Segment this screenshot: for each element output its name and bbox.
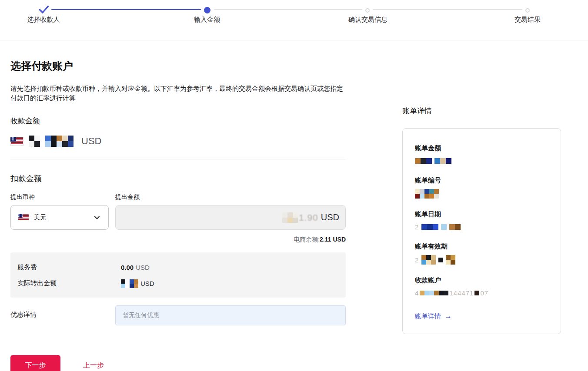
redacted-bill-amount (415, 158, 432, 164)
promo-row: 优惠详情 暂无任何优惠 (10, 305, 346, 325)
step-label-result: 交易结果 (514, 16, 541, 24)
bill-number-label: 账单编号 (415, 176, 548, 185)
wizard-stepper: 选择收款人 输入金额 确认交易信息 交易结果 (0, 0, 588, 40)
service-fee-currency: USD (136, 264, 150, 271)
page-title: 选择付款账户 (10, 59, 346, 73)
receive-currency-code: USD (81, 136, 101, 147)
receive-amount-heading: 收款金额 (10, 116, 346, 126)
actual-out-label: 实际转出金额 (17, 279, 121, 288)
previous-step-link[interactable]: 上一步 (83, 361, 104, 370)
account-ghost-prefix: 4 (415, 289, 419, 297)
fee-summary-panel: 服务费 0.00 USD 实际转出金额 USD (10, 252, 346, 298)
bill-sidebar: 账单详情 账单金额 账单编号 账单日期 2 (402, 40, 561, 371)
step-label-select-payee: 选择收款人 (27, 16, 60, 24)
step-current-dot (204, 7, 210, 13)
us-flag-icon (10, 137, 23, 146)
amount-input[interactable]: 1.90 USD (115, 205, 346, 230)
stepper-connector (214, 9, 362, 10)
step-pending-ring (365, 8, 370, 13)
redacted-bill-date (441, 224, 447, 230)
promo-label: 优惠详情 (10, 305, 115, 325)
bill-details-link[interactable]: 账单详情 → (415, 312, 452, 321)
redacted-bill-number (415, 189, 439, 199)
balance-line: 电商余额:2.11 USD (115, 236, 346, 244)
bill-date-label: 账单日期 (415, 210, 548, 219)
currency-select[interactable]: 美元 (10, 205, 109, 230)
amount-field-label: 提出金额 (115, 193, 346, 201)
redacted-account-number (420, 291, 448, 295)
service-fee-value: 0.00 (121, 264, 134, 271)
amount-ghost-digits: 1.90 (299, 212, 318, 223)
bill-account-item: 收款账户 4 144471 07 (415, 276, 548, 297)
promo-empty-box: 暂无任何优惠 (115, 305, 346, 325)
account-visible-suffix: 07 (480, 289, 488, 297)
balance-value: 2.11 USD (320, 236, 346, 243)
redacted-receive-amount (29, 136, 40, 147)
promo-empty-text: 暂无任何优惠 (123, 311, 159, 319)
step-done-check-icon (38, 5, 50, 16)
bill-validity-label: 账单有效期 (415, 242, 548, 251)
bill-date-item: 账单日期 2 (415, 210, 548, 231)
section-divider (10, 159, 346, 159)
actual-out-row: 实际转出金额 USD (17, 275, 339, 292)
bill-account-label: 收款账户 (415, 276, 548, 285)
balance-label: 电商余额: (294, 236, 320, 243)
stepper-connector (373, 9, 522, 10)
bill-details-link-text: 账单详情 (415, 312, 441, 321)
redacted-receive-amount (45, 136, 74, 147)
currency-field-label: 提出币种 (10, 193, 109, 201)
service-fee-row: 服务费 0.00 USD (17, 259, 339, 275)
bill-date-visible-prefix: 2 (415, 223, 419, 231)
page-subtitle: 请先选择扣款币种或收款币种，并输入对应金额。以下汇率为参考汇率，最终的交易金额会… (10, 84, 346, 103)
arrow-right-icon: → (444, 312, 452, 321)
service-fee-label: 服务费 (17, 263, 121, 272)
receive-amount-row: USD (10, 135, 346, 148)
chevron-down-icon (93, 213, 101, 222)
amount-currency-code: USD (321, 212, 339, 222)
us-flag-icon (18, 214, 29, 221)
deduct-amount-heading: 扣款金额 (10, 173, 346, 184)
bill-number-item: 账单编号 (415, 176, 548, 199)
redacted-bill-date (421, 224, 438, 230)
redacted-bill-validity (438, 258, 443, 262)
redacted-bill-validity (421, 255, 436, 265)
bill-details-card: 账单金额 账单编号 账单日期 2 (402, 128, 561, 334)
stepper-connector-active (51, 9, 201, 10)
bill-validity-item: 账单有效期 2 (415, 242, 548, 265)
redacted-actual-out-amount (121, 279, 138, 288)
step-pending-ring (525, 8, 530, 13)
redacted-bill-validity (446, 255, 455, 265)
redacted-bill-date (449, 224, 461, 230)
redacted-bill-amount (434, 158, 451, 164)
step-label-enter-amount: 输入金额 (194, 16, 220, 24)
payment-form: 选择付款账户 请先选择扣款币种或收款币种，并输入对应金额。以下汇率为参考汇率，最… (10, 40, 346, 371)
bill-amount-item: 账单金额 (415, 144, 548, 165)
currency-selected-value: 美元 (33, 213, 47, 222)
actual-out-currency: USD (140, 280, 154, 287)
bill-validity-visible-prefix: 2 (415, 256, 419, 264)
step-label-confirm-info: 确认交易信息 (348, 16, 388, 24)
redacted-amount-blur (282, 212, 298, 223)
redacted-account-number (474, 291, 479, 295)
next-step-button[interactable]: 下一步 (10, 355, 60, 371)
bill-amount-label: 账单金额 (415, 144, 548, 152)
account-visible-digits: 144471 (449, 289, 474, 297)
bill-details-heading: 账单详情 (402, 106, 561, 116)
